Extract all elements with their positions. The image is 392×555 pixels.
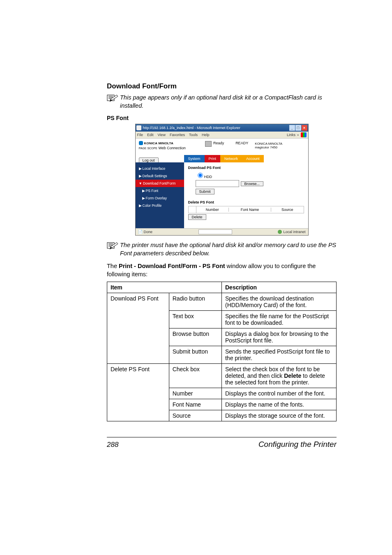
col-number: Number bbox=[196, 208, 229, 212]
submit-button[interactable]: Submit bbox=[196, 189, 214, 194]
sidebar-item-color-profile[interactable]: ▶Color Profile bbox=[136, 202, 184, 209]
cell-control: Source bbox=[169, 410, 221, 421]
note-2-text: The printer must have the optional hard … bbox=[120, 241, 337, 257]
cell-item: Delete PS Font bbox=[107, 364, 169, 421]
section-title: Download Font/Form bbox=[107, 82, 337, 90]
sidebar-item-default-settings[interactable]: ▶Default Settings bbox=[136, 172, 184, 180]
table-row: Download PS Font Radio button Specifies … bbox=[107, 293, 337, 311]
col-source: Source bbox=[271, 208, 303, 212]
header-brand-right: KONICA MINOLTA bbox=[255, 142, 304, 146]
delete-button[interactable]: Delete bbox=[188, 214, 206, 220]
sidebar-item-download-font-form[interactable]: ▼Download Font/Form bbox=[136, 180, 184, 187]
tab-network[interactable]: Network bbox=[220, 155, 242, 162]
ie-menu-tools[interactable]: Tools bbox=[189, 133, 198, 137]
page-footer-title: Configuring the Printer bbox=[258, 440, 337, 449]
ie-menu-bar: File Edit View Favorites Tools Help Link… bbox=[136, 132, 308, 139]
screenshot: http://192.168.1.2/a_index.html - Micros… bbox=[135, 124, 309, 236]
cell-control: Number bbox=[169, 388, 221, 399]
main-panel: Download PS Font HDD Browse... Submit De… bbox=[184, 162, 308, 228]
table-row: Delete PS Font Check box Select the chec… bbox=[107, 364, 337, 388]
download-ps-font-heading: Download PS Font bbox=[188, 166, 304, 170]
cell-desc: Sends the specified PostScript font file… bbox=[221, 346, 336, 364]
intro-paragraph: The Print - Download Font/Form - PS Font… bbox=[107, 262, 337, 278]
cell-control: Browse button bbox=[169, 328, 221, 346]
cell-desc: Specifies the file name for the PostScri… bbox=[221, 311, 336, 328]
cell-desc: Select the check box of the font to be d… bbox=[221, 364, 336, 388]
printer-ready-small: Ready bbox=[213, 141, 224, 145]
sub-heading: PS Font bbox=[107, 115, 337, 121]
cell-control: Font Name bbox=[169, 399, 221, 410]
ie-menu-help[interactable]: Help bbox=[202, 133, 210, 137]
dest-hdd-label: HDD bbox=[204, 175, 212, 179]
chevron-right-icon[interactable]: » bbox=[297, 133, 299, 137]
dest-hdd-radio[interactable] bbox=[198, 173, 203, 178]
col-font-name: Font Name bbox=[229, 208, 271, 212]
status-progress-placeholder bbox=[198, 229, 232, 234]
cell-control: Submit button bbox=[169, 346, 221, 364]
ie-done-icon: 📄 bbox=[138, 230, 143, 234]
tab-system[interactable]: System bbox=[184, 155, 205, 162]
window-close-button[interactable]: × bbox=[302, 125, 307, 131]
main-tabs: SystemPrintNetworkAccount bbox=[184, 154, 308, 162]
pagescope-header: KONICA MINOLTA PAGE SCOPE Web Connection… bbox=[136, 139, 308, 152]
header-model-right: magicolor 7450 bbox=[255, 146, 304, 149]
delete-table-header: Number Font Name Source bbox=[188, 206, 304, 213]
page-number: 288 bbox=[107, 441, 118, 449]
ie-menu-edit[interactable]: Edit bbox=[147, 133, 154, 137]
page-footer: 288 Configuring the Printer bbox=[107, 437, 337, 449]
tab-print[interactable]: Print bbox=[205, 155, 221, 162]
ie-menu-favorites[interactable]: Favorites bbox=[170, 133, 185, 137]
cell-desc: Specifies the download destination (HDD/… bbox=[221, 293, 336, 311]
ie-links-label[interactable]: Links bbox=[287, 133, 295, 137]
delete-ps-font-heading: Delete PS Font bbox=[188, 200, 304, 204]
window-minimize-button[interactable]: _ bbox=[289, 125, 295, 131]
zone-icon bbox=[278, 230, 282, 234]
km-logo-icon bbox=[139, 141, 143, 145]
brand-label: KONICA MINOLTA bbox=[144, 141, 174, 145]
cell-control: Radio button bbox=[169, 293, 221, 311]
cell-desc: Displays a dialog box for browsing to th… bbox=[221, 328, 336, 346]
pagescope-prefix: PAGE SCOPE bbox=[139, 147, 157, 150]
window-maximize-button[interactable]: □ bbox=[295, 125, 301, 131]
cell-item: Download PS Font bbox=[107, 293, 169, 364]
cell-control: Check box bbox=[169, 364, 221, 388]
sidebar-item-local-interface[interactable]: ▶Local Interface bbox=[136, 165, 184, 172]
ie-menu-file[interactable]: File bbox=[137, 133, 143, 137]
th-item: Item bbox=[107, 282, 222, 293]
cell-desc: Displays the name of the fonts. bbox=[221, 399, 336, 410]
note-1: This page appears only if an optional ha… bbox=[107, 94, 337, 110]
sidebar: ▶Local Interface ▶Default Settings ▼Down… bbox=[136, 162, 184, 228]
ie-status-bar: 📄Done Local intranet bbox=[136, 228, 308, 235]
printer-ready-big: READY bbox=[235, 141, 248, 145]
browse-button[interactable]: Browse... bbox=[241, 181, 264, 186]
cell-desc: Displays the storage source of the font. bbox=[221, 410, 336, 421]
windows-flag-icon bbox=[301, 132, 307, 137]
parameters-table: Item Description Download PS Font Radio … bbox=[107, 282, 337, 421]
font-file-input[interactable] bbox=[196, 180, 239, 187]
sidebar-item-form-overlay[interactable]: ▶Form Overlay bbox=[136, 194, 184, 202]
note-icon bbox=[107, 241, 118, 250]
status-done-text: Done bbox=[144, 230, 153, 234]
web-connection-label: Web Connection bbox=[158, 146, 185, 150]
th-description: Description bbox=[221, 282, 336, 293]
printer-icon bbox=[205, 141, 212, 147]
ie-menu-view[interactable]: View bbox=[158, 133, 166, 137]
sidebar-item-ps-font[interactable]: ▶PS Font bbox=[136, 187, 184, 194]
cell-control: Text box bbox=[169, 311, 221, 328]
note-icon bbox=[107, 94, 118, 103]
cell-desc: Displays the control number of the font. bbox=[221, 388, 336, 399]
ie-title-bar: http://192.168.1.2/a_index.html - Micros… bbox=[136, 124, 308, 132]
window-title: http://192.168.1.2/a_index.html - Micros… bbox=[143, 126, 240, 130]
tab-account[interactable]: Account bbox=[242, 155, 264, 162]
ie-app-icon bbox=[136, 125, 141, 130]
note-2: The printer must have the optional hard … bbox=[107, 241, 337, 257]
status-zone-text: Local intranet bbox=[283, 230, 305, 234]
note-1-text: This page appears only if an optional ha… bbox=[120, 94, 337, 110]
